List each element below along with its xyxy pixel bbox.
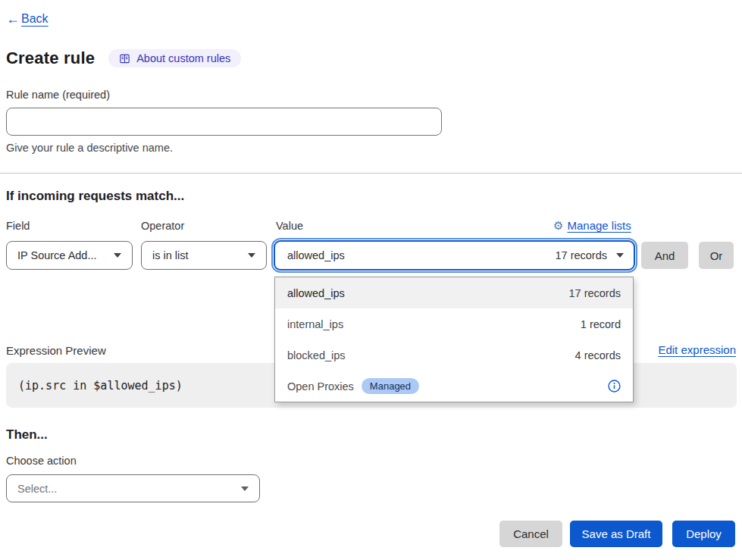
manage-lists-label: Manage lists — [567, 219, 631, 232]
manage-lists-link[interactable]: ⚙ Manage lists — [553, 219, 631, 232]
back-link[interactable]: ←Back — [6, 12, 49, 26]
chevron-down-icon — [616, 253, 624, 258]
field-select[interactable]: IP Source Add... — [6, 241, 133, 270]
deploy-button[interactable]: Deploy — [672, 521, 735, 547]
back-link-label: Back — [21, 12, 49, 26]
operator-select[interactable]: is in list — [141, 241, 267, 270]
back-arrow-icon: ← — [6, 12, 20, 26]
book-icon — [119, 53, 130, 64]
about-custom-rules-label: About custom rules — [136, 52, 230, 64]
list-item-records: 1 record — [581, 318, 621, 330]
cancel-button[interactable]: Cancel — [499, 521, 562, 547]
list-item-allowed-ips[interactable]: allowed_ips 17 records — [275, 277, 633, 308]
field-label: Field — [6, 220, 30, 232]
title-row: Create rule About custom rules — [6, 48, 241, 68]
expression-code: (ip.src in $allowed_ips) — [18, 379, 183, 393]
gear-icon: ⚙ — [553, 220, 563, 231]
list-item-blocked-ips[interactable]: blocked_ips 4 records — [275, 339, 633, 371]
rule-name-input[interactable] — [6, 108, 442, 136]
save-as-draft-button[interactable]: Save as Draft — [570, 521, 662, 547]
match-section-heading: If incoming requests match... — [6, 189, 184, 204]
managed-badge: Managed — [362, 378, 419, 394]
expression-preview-label: Expression Preview — [6, 344, 106, 357]
operator-select-value: is in list — [152, 249, 189, 261]
info-icon[interactable] — [608, 380, 621, 393]
operator-label: Operator — [141, 220, 184, 232]
action-select[interactable]: Select... — [6, 474, 260, 502]
list-item-name: allowed_ips — [287, 287, 345, 299]
section-divider — [0, 173, 742, 174]
list-dropdown-menu: allowed_ips 17 records internal_ips 1 re… — [274, 277, 634, 402]
chevron-down-icon — [241, 486, 249, 491]
value-select[interactable]: allowed_ips 17 records — [274, 240, 635, 271]
value-select-value: allowed_ips — [287, 249, 345, 261]
list-item-name: Open Proxies — [287, 380, 354, 393]
rule-name-label: Rule name (required) — [6, 89, 110, 101]
list-item-records: 4 records — [575, 349, 621, 361]
field-select-value: IP Source Add... — [17, 249, 97, 261]
action-select-placeholder: Select... — [17, 483, 57, 495]
list-item-name: internal_ips — [287, 318, 343, 330]
edit-expression-link[interactable]: Edit expression — [658, 343, 736, 356]
create-rule-page: ←Back Create rule About custom rules Rul… — [0, 0, 742, 560]
value-select-records: 17 records — [555, 249, 607, 261]
list-item-open-proxies[interactable]: Open Proxies Managed — [275, 371, 633, 402]
or-button[interactable]: Or — [699, 242, 734, 269]
page-title: Create rule — [6, 48, 95, 68]
value-label: Value — [276, 220, 303, 232]
list-item-name: blocked_ips — [287, 349, 346, 361]
list-item-records: 17 records — [568, 287, 621, 299]
list-item-internal-ips[interactable]: internal_ips 1 record — [275, 308, 633, 339]
about-custom-rules-link[interactable]: About custom rules — [108, 49, 241, 67]
chevron-down-icon — [114, 253, 121, 258]
choose-action-label: Choose action — [6, 455, 77, 467]
then-section-heading: Then... — [6, 427, 48, 443]
rule-name-helper: Give your rule a descriptive name. — [6, 142, 173, 154]
chevron-down-icon — [248, 253, 255, 258]
and-button[interactable]: And — [641, 242, 688, 269]
